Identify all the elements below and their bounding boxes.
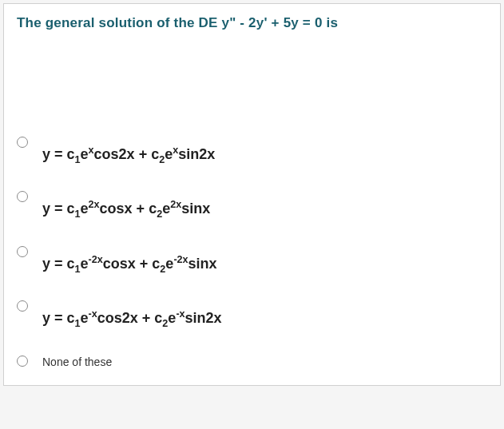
- option-radio-5[interactable]: [17, 356, 28, 367]
- option-label: y = c1e2xcosx + c2e2xsinx: [42, 189, 210, 221]
- option-row[interactable]: y = c1excos2x + c2exsin2x: [17, 135, 487, 167]
- option-label: y = c1e-xcos2x + c2e-xsin2x: [42, 299, 222, 331]
- option-radio-2[interactable]: [17, 191, 28, 202]
- option-label: y = c1excos2x + c2exsin2x: [42, 135, 215, 167]
- option-label: None of these: [42, 354, 112, 371]
- options-list: y = c1excos2x + c2exsin2x y = c1e2xcosx …: [17, 135, 487, 371]
- question-card: The general solution of the DE y" - 2y' …: [3, 3, 501, 386]
- question-text: The general solution of the DE y" - 2y' …: [17, 15, 487, 31]
- option-row[interactable]: y = c1e-xcos2x + c2e-xsin2x: [17, 299, 487, 331]
- option-row[interactable]: y = c1e2xcosx + c2e2xsinx: [17, 189, 487, 221]
- option-radio-3[interactable]: [17, 246, 28, 257]
- option-row[interactable]: y = c1e-2xcosx + c2e-2xsinx: [17, 244, 487, 276]
- option-label: y = c1e-2xcosx + c2e-2xsinx: [42, 244, 217, 276]
- option-radio-4[interactable]: [17, 300, 28, 312]
- option-radio-1[interactable]: [17, 137, 28, 148]
- option-row[interactable]: None of these: [17, 354, 487, 371]
